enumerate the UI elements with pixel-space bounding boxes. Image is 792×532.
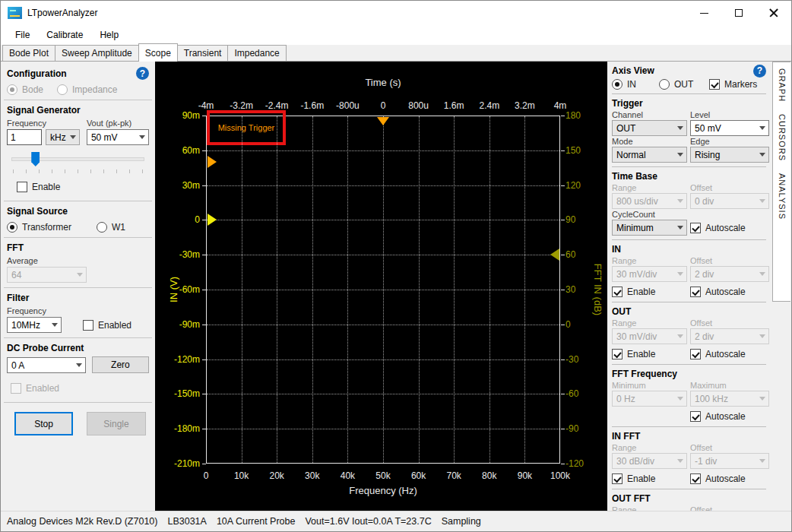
time-base-autoscale-checkbox[interactable]: Autoscale (690, 223, 746, 233)
minimize-button[interactable] (686, 1, 721, 25)
tab-scope[interactable]: Scope (138, 43, 178, 62)
side-tab-cursors[interactable]: CURSORS (778, 114, 787, 161)
in-axis-tick: -180m (155, 423, 200, 434)
impedance-radio: Impedance (57, 84, 117, 95)
checkbox-icon (690, 349, 701, 359)
fft-axis-tick: 180 (565, 110, 581, 121)
chevron-down-icon (759, 126, 765, 130)
frequency-axis-tick: 0 (204, 470, 209, 481)
status-probe: 10A Current Probe (217, 516, 296, 527)
chevron-down-icon (677, 334, 683, 338)
average-label: Average (7, 256, 149, 265)
signal-source-title: Signal Source (7, 206, 68, 217)
frequency-axis-title: Frequency (Hz) (349, 485, 417, 496)
axis-view-in-radio[interactable]: IN (612, 79, 659, 90)
fft-frequency-minimum-label: Minimum (612, 380, 687, 391)
trigger-edge-combo[interactable]: Rising (690, 147, 769, 163)
radio-icon (57, 84, 68, 95)
filter-frequency-combo[interactable]: 10MHz (7, 317, 62, 333)
in-axis-tick: -60m (155, 284, 200, 295)
time-axis-tick: -3.2m (230, 100, 253, 111)
frequency-input[interactable]: 1 (7, 129, 42, 145)
time-base-offset-label: Offset (690, 182, 769, 193)
out-enable-checkbox[interactable]: Enable (612, 349, 655, 359)
menu-file[interactable]: File (7, 27, 38, 43)
dc-probe-title: DC Probe Current (7, 343, 84, 353)
filter-enabled-checkbox[interactable]: Enabled (83, 320, 131, 331)
filter-frequency-label: Frequency (7, 306, 149, 315)
fft-frequency-autoscale-checkbox[interactable]: Autoscale (690, 411, 746, 422)
divider (4, 201, 152, 201)
frequency-axis-tick: 50k (375, 470, 390, 481)
chevron-down-icon (677, 272, 683, 276)
gridline (524, 116, 525, 463)
tab-impedance[interactable]: Impedance (227, 45, 286, 61)
tab-transient[interactable]: Transient (177, 45, 229, 61)
time-axis-tick: -800u (336, 100, 360, 111)
menu-calibrate[interactable]: Calibrate (38, 27, 91, 43)
fft-axis-tick: 0 (565, 319, 571, 330)
stop-button[interactable]: Stop (14, 412, 73, 435)
time-base-cyclecount-combo[interactable]: Minimum (612, 220, 687, 236)
checkbox-icon (612, 287, 623, 297)
trigger-level-marker[interactable] (208, 156, 217, 168)
divider (612, 489, 766, 489)
status-device: Analog Devices M2k Rev.D (Z7010) (7, 516, 157, 527)
frequency-unit-combo[interactable]: kHz (46, 129, 80, 145)
transformer-radio[interactable]: Transformer (7, 222, 97, 233)
frequency-axis-tick: 90k (518, 470, 532, 481)
help-icon[interactable]: ? (136, 67, 149, 80)
fft-axis-tick: -90 (565, 423, 578, 434)
close-button[interactable] (756, 1, 791, 25)
in-fft-title: IN FFT (612, 431, 640, 442)
radio-icon (7, 84, 17, 95)
vout-combo[interactable]: 50 mV (87, 129, 149, 145)
markers-checkbox[interactable]: Markers (709, 79, 757, 90)
trigger-level-label: Level (690, 109, 769, 120)
fft-axis-tick: 30 (565, 284, 575, 295)
tab-sweep-amplitude[interactable]: Sweep Amplitude (55, 45, 139, 61)
out-autoscale-checkbox[interactable]: Autoscale (690, 349, 746, 359)
generator-enable-checkbox[interactable]: Enable (17, 182, 60, 192)
fft-title: FFT (7, 242, 24, 253)
zero-button[interactable]: Zero (92, 356, 149, 373)
slider-thumb[interactable] (31, 152, 40, 166)
divider (4, 237, 152, 238)
checkbox-icon (690, 223, 701, 233)
w1-radio[interactable]: W1 (97, 222, 125, 233)
in-axis-tick: -120m (155, 354, 200, 365)
trigger-time-marker[interactable] (377, 117, 389, 125)
fft-axis-tick: 150 (565, 145, 581, 156)
trigger-channel-combo[interactable]: OUT (612, 120, 687, 136)
frequency-slider[interactable] (11, 151, 144, 171)
trigger-mode-combo[interactable]: Normal (612, 147, 687, 163)
in-autoscale-checkbox[interactable]: Autoscale (690, 287, 746, 297)
fft-axis-tick: -30 (565, 354, 578, 365)
in-offset-label: Offset (690, 255, 769, 266)
in-fft-autoscale-checkbox[interactable]: Autoscale (690, 473, 746, 484)
in-section: INRange30 mV/divOffset2 divEnableAutosca… (607, 242, 771, 299)
trigger-level-combo[interactable]: 50 mV (690, 120, 769, 136)
maximize-button[interactable] (721, 1, 756, 25)
in-fft-range-combo: 30 dB/div (612, 453, 687, 469)
fft-frequency-minimum-combo: 0 Hz (612, 391, 687, 407)
side-tab-analysis[interactable]: ANALYSIS (778, 173, 787, 220)
gridline (207, 429, 559, 429)
in-zero-marker[interactable] (208, 214, 217, 226)
filter-title: Filter (7, 293, 29, 303)
time-base-section: Time BaseRange800 us/divOffset0 divCycle… (607, 169, 771, 237)
fft-offset-marker[interactable] (550, 249, 559, 261)
in-fft-enable-checkbox[interactable]: Enable (612, 473, 655, 484)
menu-help[interactable]: Help (91, 27, 127, 43)
in-enable-checkbox[interactable]: Enable (612, 287, 655, 297)
help-icon[interactable]: ? (753, 65, 766, 78)
axis-view-out-radio[interactable]: OUT (659, 79, 709, 90)
tab-bode-plot[interactable]: Bode Plot (2, 45, 55, 61)
in-axis-tick: 90m (155, 110, 200, 121)
app-icon (8, 7, 22, 19)
dc-probe-current-combo[interactable]: 0 A (7, 357, 86, 373)
checkbox-icon (83, 320, 93, 331)
in-fft-offset-combo: -1 div (690, 453, 769, 469)
side-tab-graph[interactable]: GRAPH (778, 68, 787, 102)
frequency-axis-tick: 30k (305, 470, 319, 481)
